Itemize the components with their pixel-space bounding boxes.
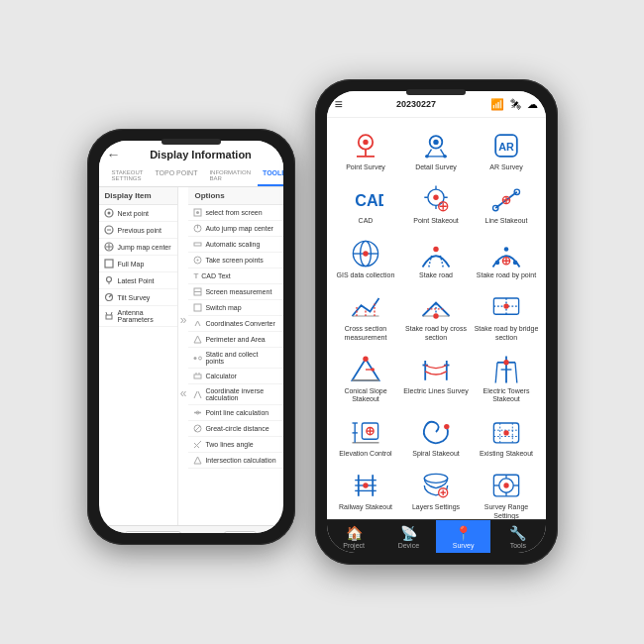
left-tabs: STAKEOUTSETTINGS TOPO POINT INFORMATIONB… <box>107 166 275 186</box>
tab-toolbars[interactable]: TOOLBARS <box>258 166 282 186</box>
svg-point-1 <box>107 212 110 215</box>
svg-line-40 <box>198 457 202 464</box>
list-item[interactable]: Antenna Parameters <box>99 306 177 327</box>
svg-point-44 <box>363 140 368 145</box>
option-item[interactable]: Switch map <box>188 300 282 316</box>
svg-point-109 <box>503 360 508 365</box>
option-item[interactable]: Static and collect points <box>188 348 282 369</box>
bottom-bar: DEFAULT OK <box>99 525 283 533</box>
nav-tools[interactable]: 🔧 Tools <box>490 520 545 553</box>
grid-item-survey-range[interactable]: Survey Range Settings <box>472 462 542 519</box>
list-item[interactable]: Full Map <box>99 256 177 272</box>
nav-label: Tools <box>510 542 526 549</box>
svg-point-51 <box>425 155 429 159</box>
nav-device[interactable]: 📡 Device <box>381 520 436 553</box>
option-item[interactable]: Two lines angle <box>188 437 282 453</box>
option-item[interactable]: Automatic scaling <box>188 237 282 253</box>
option-item[interactable]: Screen measurement <box>188 284 282 300</box>
wifi-icon: 📶 <box>490 98 504 111</box>
device-icon: 📡 <box>400 525 417 541</box>
grid-item-conical-slope[interactable]: Conical Slope Stakeout <box>331 346 401 408</box>
grid-item-stake-road[interactable]: Stake road <box>401 230 472 283</box>
option-item[interactable]: Auto jump map center <box>188 221 282 237</box>
expand-arrow[interactable]: » « <box>178 187 189 525</box>
svg-point-27 <box>199 357 202 360</box>
ok-button[interactable]: OK <box>224 531 258 533</box>
list-item[interactable]: Tilt Survey <box>99 289 177 306</box>
option-item[interactable]: T CAD Text <box>188 268 282 284</box>
option-item[interactable]: Perimeter and Area <box>188 332 282 348</box>
option-item[interactable]: Calculator <box>188 369 282 384</box>
svg-rect-12 <box>106 315 112 319</box>
svg-line-108 <box>515 363 517 383</box>
default-button[interactable]: DEFAULT <box>125 531 181 533</box>
svg-point-130 <box>363 483 368 487</box>
grid-item-elevation-control[interactable]: Elevation Control <box>331 408 401 462</box>
hamburger-icon[interactable]: ≡ <box>335 96 343 112</box>
option-item[interactable]: Coordinate inverse calculation <box>188 384 282 405</box>
list-item[interactable]: Previous point <box>99 222 177 239</box>
nav-label: Project <box>343 542 365 549</box>
grid-item-cross-section[interactable]: Cross section measurement <box>331 283 401 346</box>
grid-item-detail-survey[interactable]: Detail Survey <box>401 122 472 175</box>
grid-item-cad[interactable]: CAD CAD <box>331 175 401 229</box>
grid-item-gis-data[interactable]: GIS data collection <box>331 230 401 283</box>
svg-point-124 <box>503 430 508 435</box>
grid-item-electric-towers[interactable]: Electric Towers Stakeout <box>472 346 542 408</box>
option-item[interactable]: Intersection calculation <box>188 453 282 469</box>
nav-survey[interactable]: 📍 Survey <box>436 520 490 553</box>
grid-item-label: AR Survey <box>489 163 522 171</box>
svg-marker-25 <box>194 336 201 343</box>
grid-item-point-survey[interactable]: Point Survey <box>331 122 401 175</box>
svg-text:AR: AR <box>498 141 514 153</box>
tab-topo-point[interactable]: TOPO POINT <box>150 166 202 186</box>
left-phone: ← Display Information STAKEOUTSETTINGS T… <box>87 129 295 545</box>
svg-point-79 <box>504 247 509 252</box>
option-item[interactable]: Point line calculation <box>188 405 282 421</box>
right-phone: ≡ 20230227 📶 🛰 ☁ <box>315 79 558 565</box>
svg-point-77 <box>433 247 438 252</box>
grid-item-existing-stakeout[interactable]: Existing Stakeout <box>472 408 542 462</box>
option-item[interactable]: Take screen points <box>188 253 282 268</box>
nav-project[interactable]: 🏠 Project <box>327 520 381 553</box>
grid-item-label: Layers Settings <box>412 503 460 511</box>
list-item[interactable]: Latest Point <box>99 272 177 289</box>
svg-point-8 <box>106 277 111 282</box>
nav-label: Survey <box>453 542 475 549</box>
svg-point-96 <box>363 356 368 361</box>
grid-item-label: GIS data collection <box>337 271 395 279</box>
survey-grid: Point Survey Detail Survey <box>327 118 546 519</box>
tab-info-bar[interactable]: INFORMATIONBAR <box>204 166 256 186</box>
option-item[interactable]: Great-circle distance <box>188 421 282 437</box>
grid-item-spiral-stakeout[interactable]: Spiral Stakeout <box>401 408 472 462</box>
grid-item-line-stakeout[interactable]: Line Stakeout <box>472 175 542 229</box>
grid-item-stake-road-cross[interactable]: Stake road by cross section <box>401 283 472 346</box>
grid-item-label: Detail Survey <box>415 163 457 171</box>
svg-point-47 <box>433 140 438 145</box>
tab-stakeout-settings[interactable]: STAKEOUTSETTINGS <box>107 166 149 186</box>
list-item[interactable]: Next point <box>99 205 177 222</box>
grid-item-electric-lines[interactable]: Electric Lines Survey <box>401 346 472 408</box>
grid-item-label: Stake road <box>419 271 453 279</box>
option-item[interactable]: Coordinates Converter <box>188 316 282 332</box>
grid-item-point-stakeout[interactable]: Point Stakeout <box>401 175 472 229</box>
tools-icon: 🔧 <box>509 525 526 541</box>
svg-line-31 <box>194 391 197 398</box>
back-arrow-icon[interactable]: ← <box>107 147 121 162</box>
left-phone-title: Display Information <box>127 149 275 161</box>
svg-point-90 <box>433 313 438 318</box>
option-item[interactable]: select from screen <box>188 205 282 221</box>
svg-rect-7 <box>105 260 113 268</box>
header-icons: 📶 🛰 ☁ <box>490 98 538 111</box>
cloud-icon: ☁ <box>527 98 538 111</box>
scene: ← Display Information STAKEOUTSETTINGS T… <box>0 0 644 644</box>
grid-item-railway-stakeout[interactable]: Railway Stakeout <box>331 462 401 519</box>
satellite-icon: 🛰 <box>510 98 521 110</box>
grid-item-stake-road-bridge[interactable]: Stake road by bridge section <box>472 283 542 346</box>
list-item[interactable]: Jump map center <box>99 239 177 256</box>
grid-item-ar-survey[interactable]: AR AR Survey <box>472 122 542 175</box>
grid-item-layers-settings[interactable]: Layers Settings <box>401 462 472 519</box>
grid-item-label: Elevation Control <box>339 450 391 458</box>
options-col: Options select from screen Auto jump map… <box>188 187 282 525</box>
grid-item-stake-road-point[interactable]: Stake road by point <box>472 230 542 283</box>
